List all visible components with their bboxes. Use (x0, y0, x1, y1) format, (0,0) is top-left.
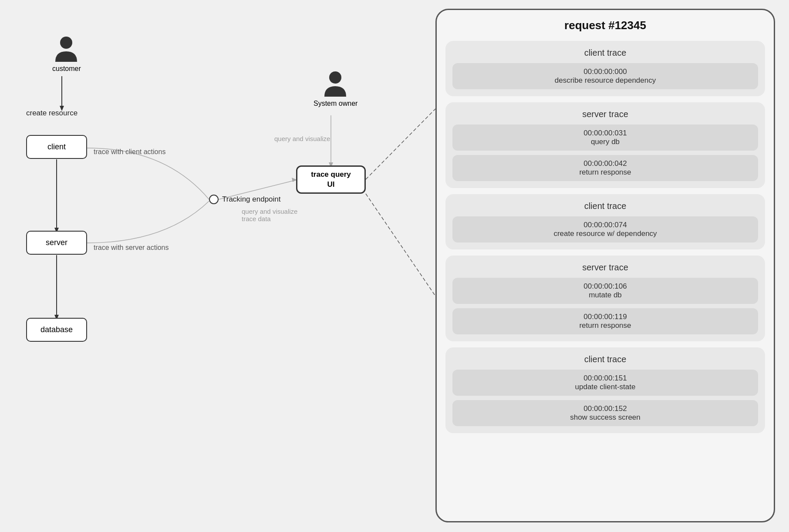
trace-section-label-3: server trace (452, 263, 758, 273)
trace-desc-2-0: create resource w/ dependency (459, 229, 751, 238)
trace-time-1-0: 00:00:00:031 (459, 129, 751, 138)
svg-line-11 (366, 194, 435, 296)
system-owner-icon: System owner (314, 70, 357, 108)
trace-desc-0-0: describe resource dependency (459, 76, 751, 85)
trace-query-ui-box: trace query UI (296, 165, 366, 194)
trace-item-4-1: 00:00:00:152show success screen (452, 400, 758, 426)
trace-item-3-0: 00:00:00:106mutate db (452, 278, 758, 304)
svg-point-13 (329, 71, 341, 84)
svg-point-12 (60, 37, 72, 49)
person-svg-icon (54, 35, 78, 63)
create-resource-label: create resource (26, 109, 78, 118)
trace-section-1: server trace00:00:00:031query db00:00:00… (445, 102, 765, 188)
trace-item-4-0: 00:00:00:151update client-state (452, 370, 758, 396)
trace-item-2-0: 00:00:00:074create resource w/ dependenc… (452, 216, 758, 242)
server-box: server (26, 231, 87, 255)
trace-item-3-1: 00:00:00:119return response (452, 308, 758, 334)
system-owner-person-icon (324, 70, 347, 98)
client-box: client (26, 135, 87, 159)
endpoint-circle (209, 195, 219, 204)
trace-server-label: trace with server actions (94, 244, 169, 252)
trace-time-0-0: 00:00:00:000 (459, 67, 751, 76)
trace-time-1-1: 00:00:00:042 (459, 159, 751, 168)
trace-time-4-0: 00:00:00:151 (459, 374, 751, 383)
trace-item-1-1: 00:00:00:042return response (452, 155, 758, 181)
trace-desc-4-0: update client-state (459, 383, 751, 391)
database-box: database (26, 318, 87, 342)
trace-item-1-0: 00:00:00:031query db (452, 125, 758, 151)
trace-section-label-4: client trace (452, 354, 758, 364)
trace-sections-container: client trace00:00:00:000describe resourc… (445, 41, 765, 433)
diagram-container: customer create resource client trace wi… (0, 0, 789, 532)
trace-time-2-0: 00:00:00:074 (459, 221, 751, 229)
customer-label: customer (52, 65, 81, 72)
query-visualize-label2: query and visualize trace data (242, 200, 297, 222)
trace-desc-3-1: return response (459, 321, 751, 330)
trace-section-2: client trace00:00:00:074create resource … (445, 194, 765, 249)
trace-section-0: client trace00:00:00:000describe resourc… (445, 41, 765, 96)
svg-line-10 (366, 109, 435, 179)
trace-item-0-0: 00:00:00:000describe resource dependency (452, 63, 758, 89)
customer-icon: customer (52, 35, 81, 73)
trace-time-3-1: 00:00:00:119 (459, 313, 751, 321)
trace-time-4-1: 00:00:00:152 (459, 404, 751, 413)
trace-time-3-0: 00:00:00:106 (459, 282, 751, 291)
trace-client-label: trace with client actions (94, 148, 165, 156)
trace-section-label-1: server trace (452, 109, 758, 119)
trace-section-label-2: client trace (452, 201, 758, 211)
request-panel: request #12345 client trace00:00:00:000d… (435, 9, 775, 522)
trace-desc-4-1: show success screen (459, 413, 751, 422)
request-title: request #12345 (445, 19, 765, 32)
system-owner-label: System owner (314, 100, 357, 107)
trace-section-3: server trace00:00:00:106mutate db00:00:0… (445, 256, 765, 341)
trace-desc-1-0: query db (459, 138, 751, 146)
trace-section-4: client trace00:00:00:151update client-st… (445, 347, 765, 433)
trace-desc-1-1: return response (459, 168, 751, 177)
trace-desc-3-0: mutate db (459, 291, 751, 300)
trace-section-label-0: client trace (452, 48, 758, 58)
query-visualize-label1: query and visualize (274, 135, 330, 142)
